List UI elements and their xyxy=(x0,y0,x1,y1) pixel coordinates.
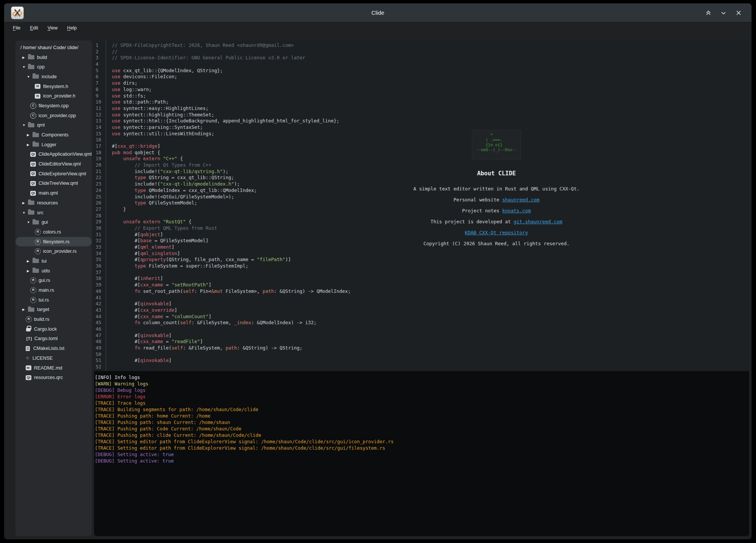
qt-file-icon: Qt xyxy=(30,191,36,196)
maximize-button[interactable] xyxy=(704,8,713,17)
menu-bar: FileEditViewHelp xyxy=(4,22,751,34)
tree-item-resources-qrc[interactable]: Qtresources.qrc xyxy=(15,373,92,382)
code-line: 41 xyxy=(94,295,749,301)
tree-item-clidetreeview-qml[interactable]: QtClideTreeView.qml xyxy=(15,179,92,189)
tree-item-label: gui.rs xyxy=(39,278,50,283)
about-link-kdab-cxx-qt-repository[interactable]: KDAB CXX-Qt repository xyxy=(465,230,528,235)
line-number: 23 xyxy=(96,181,101,187)
log-line: [DEBUG] Debug logs xyxy=(95,387,749,393)
line-number: 17 xyxy=(96,143,101,150)
code-line: 35 #[qproperty(QString, file_path, cxx_n… xyxy=(94,257,749,263)
line-number: 7 xyxy=(96,80,99,87)
menu-item-help[interactable]: Help xyxy=(65,24,79,32)
tree-item-gui-rs[interactable]: Rgui.rs xyxy=(15,276,92,286)
chevron-expanded-icon[interactable]: ▼ xyxy=(22,123,28,127)
tree-item-clideexplorerview-qml[interactable]: QtClideExplorerView.qml xyxy=(15,169,92,179)
tree-item-include[interactable]: ▼include xyxy=(15,72,92,82)
about-line: KDAB CXX-Qt repository xyxy=(402,231,591,235)
tree-item-icon-provider-h[interactable]: Hicon_provider.h xyxy=(15,91,92,101)
tree-item-components[interactable]: ▶Components xyxy=(15,130,92,140)
line-number: 51 xyxy=(96,357,101,364)
tree-item-tui-rs[interactable]: Rtui.rs xyxy=(15,295,92,305)
line-number: 30 xyxy=(96,225,101,232)
line-number: 4 xyxy=(96,61,99,68)
menu-item-file[interactable]: File xyxy=(11,24,23,32)
chevron-collapsed-icon[interactable]: ▶ xyxy=(27,259,32,263)
tree-item-gui[interactable]: ▼gui xyxy=(15,217,92,227)
chevron-expanded-icon[interactable]: ▼ xyxy=(27,220,32,224)
tree-item-filesystem-cpp[interactable]: Cfilesystem.cpp xyxy=(15,101,92,111)
minimize-button[interactable] xyxy=(719,8,728,17)
tree-item-filesystem-rs[interactable]: Rfilesystem.rs xyxy=(15,237,92,247)
tree-item-cargo-toml[interactable]: [T]Cargo.toml xyxy=(15,334,92,344)
tree-item-label: ClideApplicationView.qml xyxy=(39,152,91,157)
about-link-shaunreed-com[interactable]: shaunreed.com xyxy=(502,197,540,203)
tree-item-label: src xyxy=(37,210,43,215)
line-number: 29 xyxy=(96,219,101,225)
file-tree[interactable]: / home/ shaun/ Code/ clide/▶build▼cpp▼in… xyxy=(15,40,92,536)
folder-icon xyxy=(32,74,39,79)
tree-item-label: ClideExplorerView.qml xyxy=(39,171,86,176)
code-line: 38 #[inherit] xyxy=(94,275,749,282)
tree-item-qml[interactable]: ▼qml xyxy=(15,121,92,130)
tree-item-label: main.rs xyxy=(39,288,54,293)
folder-icon xyxy=(28,201,34,205)
log-line: [TRACE] Pushing path: home Current: /hom… xyxy=(95,413,749,419)
about-line: Personal website shaunreed.com xyxy=(402,198,591,202)
chevron-collapsed-icon[interactable]: ▶ xyxy=(27,133,32,137)
tree-item-cpp[interactable]: ▼cpp xyxy=(15,62,92,72)
chevron-collapsed-icon[interactable]: ▶ xyxy=(22,308,28,311)
tree-item-label: colors.rs xyxy=(43,229,61,235)
tree-item-readme-md[interactable]: M↓README.md xyxy=(15,363,92,373)
tree-item-main-qml[interactable]: Qtmain.qml xyxy=(15,188,92,198)
tree-item-tui[interactable]: ▶tui xyxy=(15,256,92,266)
chevron-expanded-icon[interactable]: ▼ xyxy=(22,65,28,69)
tree-item-filesystem-h[interactable]: Hfilesystem.h xyxy=(15,82,92,91)
tree-item-resources[interactable]: ▶resources xyxy=(15,198,92,208)
line-number: 50 xyxy=(96,351,101,358)
tree-item-logger[interactable]: ▶Logger xyxy=(15,140,92,150)
line-number: 2 xyxy=(96,49,99,55)
tree-item-clideeditorview-qml[interactable]: QtClideEditorView.qml xyxy=(15,159,92,169)
tree-item-utils[interactable]: ▶utils xyxy=(15,266,92,276)
tree-item-label: cpp xyxy=(37,64,45,70)
line-number: 47 xyxy=(96,333,101,339)
tree-item-cargo-lock[interactable]: Cargo.lock xyxy=(15,324,92,334)
about-link-git-shaunreed-com[interactable]: git.shaunreed.com xyxy=(513,219,562,224)
tree-item-target[interactable]: ▶target xyxy=(15,305,92,315)
tree-item-label: icon_provider.rs xyxy=(43,249,77,254)
rust-file-icon: R xyxy=(35,239,41,245)
log-line: [INFO] Info logs xyxy=(95,374,749,381)
tree-item-colors-rs[interactable]: Rcolors.rs xyxy=(15,227,92,237)
chevron-collapsed-icon[interactable]: ▶ xyxy=(27,269,32,273)
tree-item-license[interactable]: ☆LICENSE xyxy=(15,353,92,363)
code-line: 37 xyxy=(94,269,749,276)
header-file-icon: H xyxy=(35,94,40,99)
tree-item-clideapplicationview-qml[interactable]: QtClideApplicationView.qml xyxy=(15,150,92,159)
tree-item-main-rs[interactable]: Rmain.rs xyxy=(15,285,92,295)
code-line: 50 xyxy=(94,351,749,358)
tree-item-cmakelists-txt[interactable]: CMakeLists.txt xyxy=(15,343,92,353)
editor-view[interactable]: 1// SPDX-FileCopyrightText: 2026, Shaun … xyxy=(94,40,749,371)
tree-item-icon-provider-rs[interactable]: Ricon_provider.rs xyxy=(15,246,92,256)
chevron-collapsed-icon[interactable]: ▶ xyxy=(22,56,28,59)
line-number: 25 xyxy=(96,194,101,200)
tree-item-build[interactable]: ▶build xyxy=(15,53,92,62)
tree-item-src[interactable]: ▼src xyxy=(15,208,92,218)
line-number: 28 xyxy=(96,213,101,219)
line-number: 33 xyxy=(96,244,101,251)
code-line: 46 xyxy=(94,326,749,333)
tree-item-build-rs[interactable]: Rbuild.rs xyxy=(15,314,92,324)
line-number: 41 xyxy=(96,295,101,301)
log-line: [WARN] Warning logs xyxy=(95,381,749,387)
chevron-collapsed-icon[interactable]: ▶ xyxy=(22,201,28,205)
tree-item-icon-provider-cpp[interactable]: Cicon_provider.cpp xyxy=(15,111,92,121)
chevron-expanded-icon[interactable]: ▼ xyxy=(22,211,28,215)
chevron-expanded-icon[interactable]: ▼ xyxy=(27,75,32,79)
title-bar[interactable]: Clide xyxy=(4,3,751,22)
close-button[interactable] xyxy=(734,8,743,17)
menu-item-edit[interactable]: Edit xyxy=(28,24,40,32)
menu-item-view[interactable]: View xyxy=(45,24,60,32)
about-link-knoats-com[interactable]: knoats.com xyxy=(502,208,531,213)
chevron-collapsed-icon[interactable]: ▶ xyxy=(27,143,32,147)
